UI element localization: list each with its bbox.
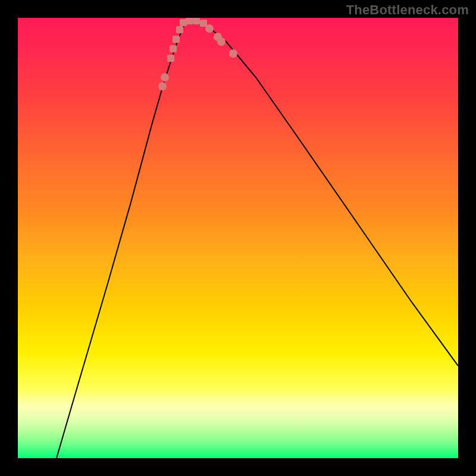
marker-dot [217,37,226,46]
plot-area [18,18,458,458]
marker-dot [205,24,214,33]
marker-square [173,36,180,43]
marker-square [167,55,174,62]
marker-dot [161,73,169,82]
marker-square [186,18,193,24]
bottleneck-curve [57,21,458,458]
marker-square [193,18,200,24]
markers [158,18,237,90]
marker-square [176,26,183,33]
marker-dot [229,49,237,58]
marker-square [200,20,207,27]
chart-frame: TheBottleneck.com [0,0,476,476]
marker-dot [158,82,167,90]
marker-square [170,45,177,52]
curve-layer [18,18,458,458]
watermark-text: TheBottleneck.com [346,2,469,18]
